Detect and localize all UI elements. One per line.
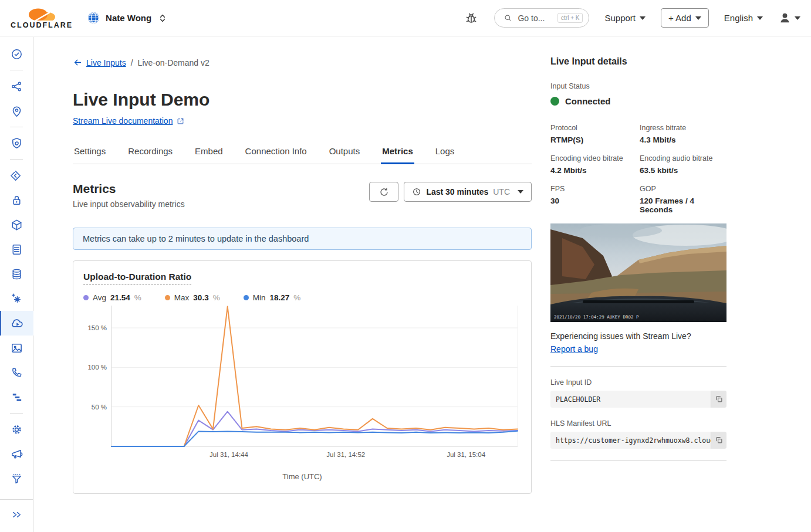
- funnel-icon: [10, 472, 23, 486]
- live-preview-thumbnail: 2021/10/20 17:04:29 AUKEY DR02 P: [550, 223, 726, 322]
- report-bug-link[interactable]: Report a bug: [550, 344, 598, 354]
- search-shortcut-badge: ctrl + K: [557, 13, 583, 23]
- protocol-value: RTMP(S): [550, 135, 640, 144]
- top-header: CLOUDFLARE Nate Wong Go to... ctrl + K S…: [0, 0, 811, 36]
- language-menu[interactable]: English: [724, 13, 763, 23]
- sidebar-item-filter[interactable]: [0, 466, 33, 491]
- images-icon: [10, 341, 23, 355]
- sidebar-item-server[interactable]: [0, 237, 33, 262]
- copy-live-input-id-button[interactable]: [711, 391, 726, 408]
- server-icon: [10, 243, 23, 256]
- copy-hls-manifest-button[interactable]: [711, 432, 726, 449]
- sidebar-item-notifications[interactable]: [0, 442, 33, 466]
- svg-text:150 %: 150 %: [87, 324, 107, 331]
- ai-sparkle-icon: [10, 292, 23, 306]
- sidebar-item-ai[interactable]: [0, 286, 33, 311]
- chevron-down-icon: [757, 16, 763, 20]
- legend-item-avg[interactable]: Avg21.54%: [83, 293, 141, 302]
- thumbnail-timestamp: 2021/10/20 17:04:29 AUKEY DR02 P: [554, 314, 639, 320]
- sidebar-item-settings[interactable]: [0, 417, 33, 442]
- legend-item-min[interactable]: Min18.27%: [244, 293, 301, 302]
- svg-text:100 %: 100 %: [87, 364, 107, 371]
- sidebar-item-clock-check[interactable]: [0, 42, 33, 66]
- divider: [10, 70, 23, 70]
- chevron-down-icon: [695, 16, 701, 20]
- sidebar-item-lock[interactable]: [0, 188, 33, 212]
- status-label: Input Status: [550, 82, 726, 90]
- gear-icon: [10, 423, 23, 436]
- megaphone-icon: [10, 448, 23, 461]
- support-menu[interactable]: Support: [604, 13, 646, 23]
- x-axis-label: Time (UTC): [83, 472, 521, 481]
- refresh-icon: [379, 187, 390, 198]
- tab-connection-info[interactable]: Connection Info: [244, 141, 308, 164]
- tab-logs[interactable]: Logs: [434, 141, 456, 164]
- legend-dot: [83, 295, 89, 300]
- chevron-down-icon: [640, 16, 646, 20]
- stream-icon: [10, 316, 25, 331]
- video-bitrate-value: 4.2 Mbit/s: [550, 166, 640, 175]
- shield-sync-icon: [10, 137, 23, 150]
- copy-icon: [715, 436, 724, 445]
- breadcrumb-separator: /: [131, 58, 133, 67]
- cloudflare-logo[interactable]: CLOUDFLARE: [11, 7, 73, 29]
- global-search-input[interactable]: Go to... ctrl + K: [494, 8, 589, 28]
- tab-embed[interactable]: Embed: [194, 141, 224, 164]
- live-input-id-value: PLACEHOLDER: [550, 391, 711, 408]
- steps-icon: [10, 391, 23, 404]
- chevron-down-icon: [795, 16, 800, 20]
- hls-manifest-box: https://customer-igynxd2rwhmuoxw8.cloudf: [550, 432, 726, 449]
- sidebar-item-calls[interactable]: [0, 360, 33, 385]
- divider: [550, 460, 726, 461]
- tab-settings[interactable]: Settings: [73, 141, 107, 164]
- report-bug-icon[interactable]: [464, 11, 479, 26]
- sidebar-item-database[interactable]: [0, 262, 33, 286]
- info-banner: Metrics can take up to 2 minutes to upda…: [73, 228, 532, 250]
- sidebar-collapse[interactable]: [0, 499, 33, 532]
- database-icon: [10, 267, 23, 281]
- detail-fields: ProtocolRTMP(S) Ingress bitrate4.3 Mbit/…: [550, 124, 726, 214]
- refresh-button[interactable]: [369, 182, 398, 202]
- account-name: Nate Wong: [106, 13, 151, 23]
- chart-card: Upload-to-Duration Ratio Avg21.54%Max30.…: [73, 260, 532, 494]
- user-menu[interactable]: [778, 11, 800, 25]
- legend-item-max[interactable]: Max30.3%: [165, 293, 220, 302]
- add-button[interactable]: + Add: [661, 8, 709, 28]
- phone-icon: [10, 366, 23, 379]
- brand-wordmark: CLOUDFLARE: [11, 21, 73, 29]
- chevrons-right-icon: [10, 508, 23, 521]
- sidebar-item-location-pin[interactable]: [0, 99, 33, 123]
- selector-icon: [157, 12, 168, 24]
- ingress-bitrate-value: 4.3 Mbit/s: [640, 135, 726, 144]
- metrics-heading: Metrics: [73, 182, 185, 196]
- sidebar-item-pipelines[interactable]: [0, 385, 33, 409]
- sidebar-item-stream[interactable]: [0, 311, 33, 336]
- account-switcher[interactable]: Nate Wong: [87, 11, 168, 25]
- details-panel: Live Input details Input Status Connecte…: [550, 56, 726, 473]
- sidebar-item-cube[interactable]: [0, 212, 33, 237]
- divider: [10, 159, 23, 160]
- globe-icon: [87, 11, 100, 25]
- divider: [10, 413, 23, 414]
- audio-bitrate-value: 63.5 kbit/s: [640, 166, 726, 175]
- sidebar-item-images[interactable]: [0, 336, 33, 360]
- live-input-id-label: Live Input ID: [550, 378, 726, 387]
- location-pin-icon: [10, 104, 23, 118]
- live-input-id-box: PLACEHOLDER: [550, 391, 726, 408]
- tab-metrics[interactable]: Metrics: [381, 141, 414, 164]
- documentation-link[interactable]: Stream Live documentation: [73, 116, 185, 126]
- svg-text:Jul 31, 14:52: Jul 31, 14:52: [326, 451, 365, 458]
- sidebar-item-layers-bolt[interactable]: [0, 163, 33, 188]
- tab-outputs[interactable]: Outputs: [328, 141, 361, 164]
- time-range-dropdown[interactable]: Last 30 minutes UTC: [404, 182, 532, 202]
- user-icon: [778, 11, 792, 25]
- sidebar-item-network-share[interactable]: [0, 74, 33, 99]
- sidebar-item-shield-sync[interactable]: [0, 131, 33, 155]
- tab-recordings[interactable]: Recordings: [127, 141, 174, 164]
- chart-title: Upload-to-Duration Ratio: [83, 272, 191, 284]
- search-placeholder: Go to...: [518, 13, 545, 23]
- breadcrumb: Live Inputs / Live-on-Demand v2: [73, 57, 532, 67]
- hls-manifest-value: https://customer-igynxd2rwhmuoxw8.cloudf: [550, 432, 711, 449]
- divider: [550, 366, 726, 367]
- back-link[interactable]: Live Inputs: [73, 57, 126, 67]
